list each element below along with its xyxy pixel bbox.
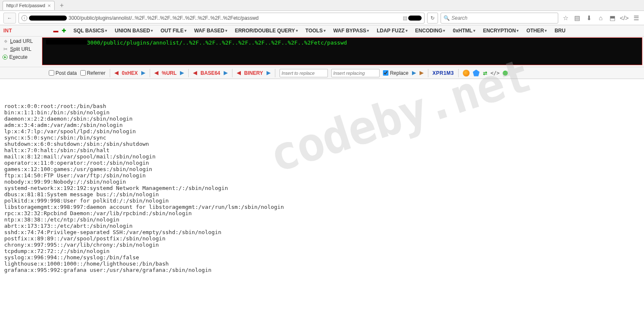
close-tab-icon[interactable]: × bbox=[48, 3, 51, 9]
replace-arrow-alt-icon[interactable] bbox=[420, 71, 424, 75]
nav-back-button[interactable]: ← bbox=[3, 13, 16, 24]
chevron-down-icon: ▾ bbox=[443, 29, 445, 33]
encode-left-arrow-icon[interactable] bbox=[154, 71, 158, 75]
separator bbox=[110, 69, 110, 77]
separator bbox=[275, 69, 275, 77]
menu-other[interactable]: OTHER▾ bbox=[526, 28, 547, 34]
search-box[interactable]: 🔍 bbox=[441, 13, 558, 24]
downloads-icon[interactable]: ⬇ bbox=[584, 13, 594, 23]
bookmark-star-icon[interactable]: ☆ bbox=[561, 13, 570, 23]
browser-toolbar: ← i 3000/public/plugins/annolist/..%2F..… bbox=[0, 11, 644, 25]
encoder-url[interactable]: %URL bbox=[162, 70, 177, 76]
encode-right-arrow-icon[interactable] bbox=[180, 71, 184, 75]
reload-icon: ↻ bbox=[430, 15, 435, 21]
hackbar-menu-row: INT ▬ ✚ SQL BASICS▾ UNION BASED▾ OUT FIL… bbox=[0, 25, 644, 37]
plus-icon[interactable]: ✚ bbox=[62, 28, 66, 34]
search-input[interactable] bbox=[451, 15, 555, 21]
menu-encoding[interactable]: ENCODING▾ bbox=[415, 28, 446, 34]
browser-tab-active[interactable]: http:// Fetc/passwd × bbox=[3, 1, 55, 10]
replace-checkbox[interactable]: Replace bbox=[383, 70, 409, 76]
hackbar-side-buttons: ⎆ Load URL ✂ Split URL ▶ Execute bbox=[0, 37, 42, 67]
passwd-dump: root:x:0:0:root:/root:/bin/bash bin:x:1:… bbox=[4, 103, 640, 273]
hackbar-action-row: Post data Referrer 0xHEX %URL BASE64 BIN… bbox=[0, 67, 644, 79]
chevron-down-icon: ▾ bbox=[367, 29, 369, 33]
chevron-down-icon: ▾ bbox=[473, 29, 475, 33]
browser-tabbar: http:// Fetc/passwd × + bbox=[0, 0, 644, 11]
chevron-down-icon: ▾ bbox=[545, 29, 547, 33]
referrer-checkbox[interactable]: Referrer bbox=[80, 70, 106, 76]
encode-left-arrow-icon[interactable] bbox=[237, 71, 241, 75]
url-text: 3000/public/plugins/annolist/..%2F..%2F.… bbox=[69, 15, 259, 21]
chevron-down-icon: ▾ bbox=[185, 29, 187, 33]
insert-replacing-input[interactable] bbox=[331, 69, 380, 77]
new-tab-button[interactable]: + bbox=[57, 1, 66, 10]
code-tag-icon[interactable]: </> bbox=[491, 70, 500, 76]
menu-ldap-fuzz[interactable]: LDAP FUZZ▾ bbox=[377, 28, 407, 34]
load-url-button[interactable]: ⎆ Load URL bbox=[3, 38, 40, 44]
execute-play-icon: ▶ bbox=[3, 55, 8, 60]
tab-title: http:// Fetc/passwd bbox=[6, 3, 45, 8]
split-url-button[interactable]: ✂ Split URL bbox=[3, 46, 40, 52]
reload-button[interactable]: ↻ bbox=[427, 13, 438, 24]
devtools-icon[interactable]: </> bbox=[620, 13, 629, 23]
menu-out-file[interactable]: OUT FILE▾ bbox=[161, 28, 187, 34]
encode-right-arrow-icon[interactable] bbox=[141, 71, 145, 75]
chevron-down-icon: ▾ bbox=[324, 29, 326, 33]
page-info-icon[interactable]: i bbox=[21, 15, 27, 21]
sun-icon[interactable] bbox=[463, 70, 470, 76]
encode-left-arrow-icon[interactable] bbox=[193, 71, 197, 75]
cycle-arrows-icon[interactable]: ⇄ bbox=[483, 70, 487, 76]
chevron-down-icon: ▾ bbox=[406, 29, 408, 33]
separator bbox=[428, 69, 428, 77]
library-icon[interactable]: ▤ bbox=[573, 13, 582, 23]
hackbar-url-text: 3000/public/plugins/annolist/..%2F..%2F.… bbox=[87, 40, 347, 46]
encode-left-arrow-icon[interactable] bbox=[114, 71, 119, 75]
encoder-binery[interactable]: BINERY bbox=[244, 70, 263, 76]
home-icon[interactable]: ⌂ bbox=[596, 13, 605, 23]
execute-button[interactable]: ▶ Execute bbox=[3, 54, 40, 60]
menu-0xhtml[interactable]: 0xHTML▾ bbox=[453, 28, 475, 34]
separator bbox=[188, 69, 189, 77]
search-icon: 🔍 bbox=[443, 15, 450, 21]
menu-union-based[interactable]: UNION BASED▾ bbox=[115, 28, 153, 34]
post-data-checkbox[interactable]: Post data bbox=[49, 70, 77, 76]
menu-encryption[interactable]: ENCRYPTION▾ bbox=[483, 28, 519, 34]
reader-mode-icon[interactable]: ▤ bbox=[403, 15, 422, 21]
chevron-down-icon: ▾ bbox=[105, 29, 107, 33]
separator bbox=[150, 69, 150, 77]
encode-right-arrow-icon[interactable] bbox=[267, 71, 271, 75]
redacted-host bbox=[46, 40, 87, 45]
separator bbox=[458, 69, 459, 77]
chevron-down-icon: ▾ bbox=[296, 29, 298, 33]
separator bbox=[232, 69, 232, 77]
menu-tools[interactable]: TOOLS▾ bbox=[306, 28, 326, 34]
pocket-icon[interactable]: ⬒ bbox=[608, 13, 617, 23]
arrow-left-icon: ← bbox=[7, 15, 12, 21]
chevron-down-icon: ▾ bbox=[225, 29, 227, 33]
encoder-base64[interactable]: BASE64 bbox=[201, 70, 220, 76]
minus-icon[interactable]: ▬ bbox=[53, 28, 58, 34]
green-dot-icon[interactable] bbox=[503, 71, 508, 76]
hackbar-url-input[interactable]: 3000/public/plugins/annolist/..%2F..%2F.… bbox=[42, 37, 642, 65]
page-content: codeby.net root:x:0:0:root:/root:/bin/ba… bbox=[0, 79, 644, 284]
menu-bru[interactable]: BRU bbox=[554, 28, 565, 34]
split-url-icon: ✂ bbox=[3, 46, 8, 52]
insert-to-replace-input[interactable] bbox=[280, 69, 328, 77]
load-url-icon: ⎆ bbox=[3, 38, 8, 44]
address-bar[interactable]: i 3000/public/plugins/annolist/..%2F..%2… bbox=[18, 13, 425, 24]
int-label: INT bbox=[3, 28, 12, 34]
redacted-host bbox=[29, 16, 67, 21]
chevron-down-icon: ▾ bbox=[151, 29, 153, 33]
hamburger-menu-icon[interactable]: ☰ bbox=[631, 13, 641, 23]
replace-arrow-icon[interactable] bbox=[412, 71, 416, 75]
menu-sql-basics[interactable]: SQL BASICS▾ bbox=[74, 28, 107, 34]
encode-right-arrow-icon[interactable] bbox=[224, 71, 228, 75]
xpr1m3-label[interactable]: XPR1M3 bbox=[433, 70, 454, 76]
puzzle-icon[interactable] bbox=[473, 70, 480, 76]
menu-waf-based[interactable]: WAF BASED▾ bbox=[194, 28, 227, 34]
chevron-down-icon: ▾ bbox=[517, 29, 519, 33]
hackbar-main: ⎆ Load URL ✂ Split URL ▶ Execute 3000/pu… bbox=[0, 37, 644, 67]
menu-waf-bypass[interactable]: WAF BYPASS▾ bbox=[333, 28, 369, 34]
menu-error-double-query[interactable]: ERROR/DOUBLE QUERY▾ bbox=[235, 28, 298, 34]
encoder-0xhex[interactable]: 0xHEX bbox=[122, 70, 138, 76]
